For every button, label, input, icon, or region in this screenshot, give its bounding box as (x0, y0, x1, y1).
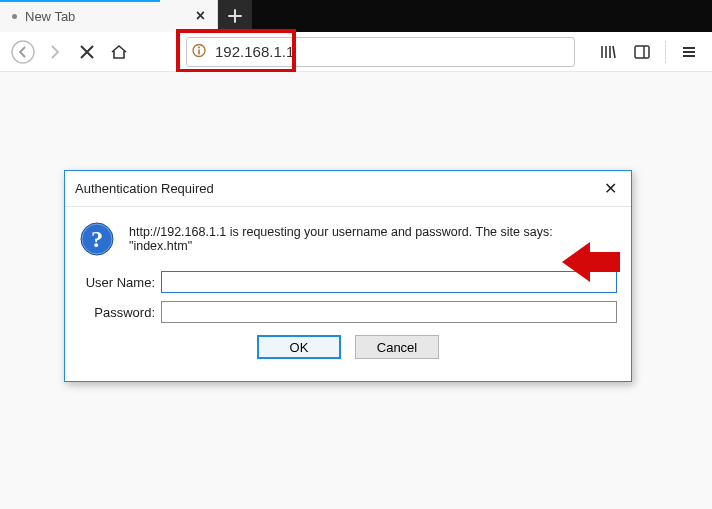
tab-title: New Tab (25, 9, 190, 24)
question-icon: ? (79, 221, 115, 257)
toolbar-right (593, 37, 704, 67)
url-input[interactable] (186, 37, 575, 67)
cancel-button[interactable]: Cancel (355, 335, 439, 359)
svg-rect-4 (635, 46, 649, 58)
dialog-titlebar: Authentication Required ✕ (65, 171, 631, 207)
svg-rect-3 (198, 49, 200, 54)
svg-point-2 (198, 46, 200, 48)
tab-loading-indicator (0, 0, 160, 2)
tab-favicon (12, 14, 17, 19)
library-icon[interactable] (593, 37, 623, 67)
ok-button[interactable]: OK (257, 335, 341, 359)
username-label: User Name: (79, 275, 155, 290)
back-button[interactable] (8, 37, 38, 67)
tab-bar: New Tab × (0, 0, 712, 32)
home-button[interactable] (104, 37, 134, 67)
svg-text:?: ? (91, 226, 103, 252)
dialog-message: http://192.168.1.1 is requesting your us… (129, 221, 617, 253)
username-input[interactable] (161, 271, 617, 293)
svg-point-0 (12, 41, 34, 63)
sidebar-icon[interactable] (627, 37, 657, 67)
menu-icon[interactable] (674, 37, 704, 67)
tab-close-icon[interactable]: × (190, 7, 211, 25)
toolbar-separator (665, 41, 666, 63)
password-input[interactable] (161, 301, 617, 323)
new-tab-button[interactable] (218, 0, 252, 32)
stop-button[interactable] (72, 37, 102, 67)
dialog-title: Authentication Required (75, 181, 214, 196)
forward-button[interactable] (40, 37, 70, 67)
browser-tab[interactable]: New Tab × (0, 0, 218, 32)
dialog-close-icon[interactable]: ✕ (598, 177, 623, 200)
url-info-icon[interactable] (192, 43, 206, 60)
auth-dialog: Authentication Required ✕ ? http://192.1… (64, 170, 632, 382)
url-bar-container (186, 37, 575, 67)
browser-toolbar (0, 32, 712, 72)
password-label: Password: (79, 305, 155, 320)
dialog-body: ? http://192.168.1.1 is requesting your … (65, 207, 631, 381)
